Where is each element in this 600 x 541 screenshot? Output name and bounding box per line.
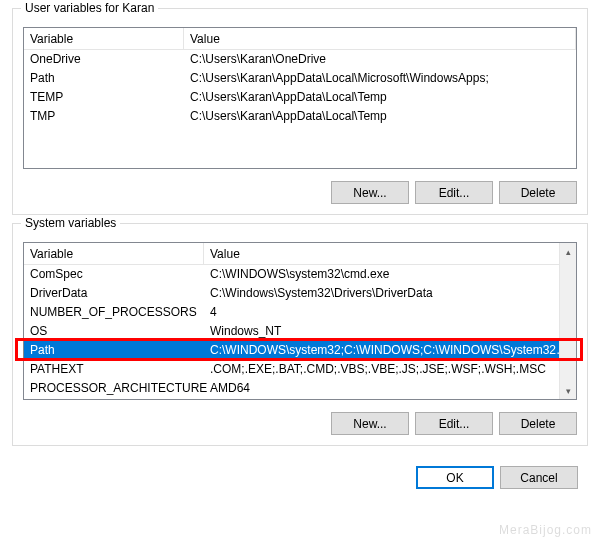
cell-variable: Path	[24, 341, 204, 360]
cell-variable: TEMP	[24, 88, 184, 107]
scroll-down-icon[interactable]: ▾	[560, 382, 576, 399]
ok-button[interactable]: OK	[416, 466, 494, 489]
user-variables-title: User variables for Karan	[21, 1, 158, 15]
cell-variable: OS	[24, 322, 204, 341]
system-variables-title: System variables	[21, 216, 120, 230]
table-row[interactable]: NUMBER_OF_PROCESSORS4	[24, 303, 576, 322]
user-variables-list[interactable]: Variable Value OneDriveC:\Users\Karan\On…	[23, 27, 577, 169]
cell-variable: TMP	[24, 107, 184, 126]
user-new-button[interactable]: New...	[331, 181, 409, 204]
table-row[interactable]: TEMPC:\Users\Karan\AppData\Local\Temp	[24, 88, 576, 107]
system-variables-group: System variables Variable Value ComSpecC…	[12, 223, 588, 446]
table-row[interactable]: TMPC:\Users\Karan\AppData\Local\Temp	[24, 107, 576, 126]
user-variables-group: User variables for Karan Variable Value …	[12, 8, 588, 215]
system-variables-list[interactable]: Variable Value ComSpecC:\WINDOWS\system3…	[23, 242, 577, 400]
cell-value: C:\Users\Karan\AppData\Local\Temp	[184, 88, 576, 107]
cell-variable: ComSpec	[24, 265, 204, 284]
cell-variable: DriverData	[24, 284, 204, 303]
scroll-up-icon[interactable]: ▴	[560, 243, 576, 260]
cell-value: C:\Users\Karan\OneDrive	[184, 50, 576, 69]
user-edit-button[interactable]: Edit...	[415, 181, 493, 204]
column-header-variable[interactable]: Variable	[24, 243, 204, 264]
cell-value: C:\Users\Karan\AppData\Local\Temp	[184, 107, 576, 126]
table-row[interactable]: PATHEXT.COM;.EXE;.BAT;.CMD;.VBS;.VBE;.JS…	[24, 360, 576, 379]
watermark-text: MeraBijog.com	[499, 523, 592, 537]
cell-value: C:\WINDOWS\system32\cmd.exe	[204, 265, 576, 284]
cell-value: C:\WINDOWS\system32;C:\WINDOWS;C:\WINDOW…	[204, 341, 576, 360]
cancel-button[interactable]: Cancel	[500, 466, 578, 489]
system-new-button[interactable]: New...	[331, 412, 409, 435]
column-header-variable[interactable]: Variable	[24, 28, 184, 49]
table-row[interactable]: ComSpecC:\WINDOWS\system32\cmd.exe	[24, 265, 576, 284]
table-row[interactable]: OSWindows_NT	[24, 322, 576, 341]
list-header: Variable Value	[24, 28, 576, 50]
table-row[interactable]: PathC:\Users\Karan\AppData\Local\Microso…	[24, 69, 576, 88]
cell-variable: PATHEXT	[24, 360, 204, 379]
table-row[interactable]: PathC:\WINDOWS\system32;C:\WINDOWS;C:\WI…	[24, 341, 576, 360]
table-row[interactable]: DriverDataC:\Windows\System32\Drivers\Dr…	[24, 284, 576, 303]
system-delete-button[interactable]: Delete	[499, 412, 577, 435]
cell-variable: OneDrive	[24, 50, 184, 69]
cell-variable: Path	[24, 69, 184, 88]
table-row[interactable]: OneDriveC:\Users\Karan\OneDrive	[24, 50, 576, 69]
vertical-scrollbar[interactable]: ▴ ▾	[559, 243, 576, 399]
column-header-value[interactable]: Value	[204, 243, 576, 264]
list-header: Variable Value	[24, 243, 576, 265]
user-delete-button[interactable]: Delete	[499, 181, 577, 204]
system-edit-button[interactable]: Edit...	[415, 412, 493, 435]
cell-value: .COM;.EXE;.BAT;.CMD;.VBS;.VBE;.JS;.JSE;.…	[204, 360, 576, 379]
cell-value: AMD64	[204, 379, 576, 398]
cell-value: Windows_NT	[204, 322, 576, 341]
cell-value: C:\Users\Karan\AppData\Local\Microsoft\W…	[184, 69, 576, 88]
table-row[interactable]: PROCESSOR_ARCHITECTUREAMD64	[24, 379, 576, 398]
column-header-value[interactable]: Value	[184, 28, 576, 49]
cell-value: C:\Windows\System32\Drivers\DriverData	[204, 284, 576, 303]
cell-variable: NUMBER_OF_PROCESSORS	[24, 303, 204, 322]
cell-value: 4	[204, 303, 576, 322]
cell-variable: PROCESSOR_ARCHITECTURE	[24, 379, 204, 398]
